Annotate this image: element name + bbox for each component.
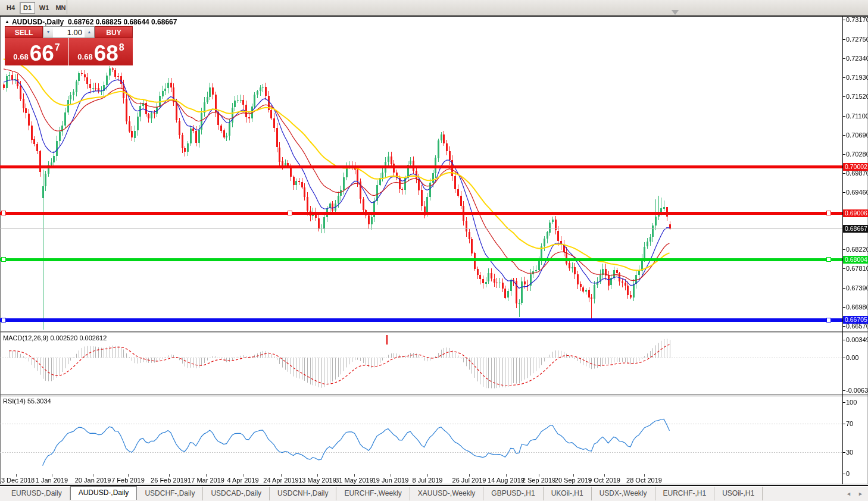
timeframe-button-d1[interactable]: D1 <box>20 2 35 14</box>
rsi-axis-tick: 100 <box>846 399 857 406</box>
price-axis-tick: 0.67810 <box>846 265 868 272</box>
price-badge-0.68004: 0.68004 <box>843 256 868 264</box>
buy-button[interactable]: BUY <box>95 26 133 38</box>
rsi-axis-tick: 30 <box>846 449 853 456</box>
window-top-border <box>0 15 868 17</box>
toolbar-separator <box>67 0 67 14</box>
price-axis-tick: 0.71520 <box>846 93 868 100</box>
chart-tab-eurchf-weekly[interactable]: EURCHF-,Weekly <box>336 487 410 500</box>
chart-tab-usdchf-daily[interactable]: USDCHF-,Daily <box>137 487 203 500</box>
timeframe-button-w1[interactable]: W1 <box>36 2 52 14</box>
current-price-line <box>0 228 842 229</box>
buy-price-big: 68 <box>94 43 118 64</box>
chart-canvas[interactable] <box>0 0 868 501</box>
chart-tab-eurusd-daily[interactable]: EURUSD-,Daily <box>4 487 70 500</box>
macd-axis-tick: 0.00349 <box>846 336 868 343</box>
tab-scroll-left-icon[interactable]: ◄ <box>846 491 851 497</box>
one-click-trading-panel: SELL ▼ ▲ BUY 0.68 66 7 0.68 68 8 <box>5 26 133 65</box>
price-axis-tick: 0.70280 <box>846 151 868 158</box>
line-handle[interactable] <box>288 211 292 215</box>
chart-ohlc-values: 0.68762 0.68825 0.68644 0.68667 <box>68 18 177 26</box>
buy-price-display[interactable]: 0.68 68 8 <box>69 38 133 65</box>
line-handle[interactable] <box>826 211 831 215</box>
line-handle[interactable] <box>1 211 6 215</box>
buy-price-prefix: 0.68 <box>77 52 92 61</box>
collapse-panel-icon[interactable]: ▲ <box>5 19 10 24</box>
buy-price-pip: 8 <box>119 42 124 53</box>
sell-price-display[interactable]: 0.68 66 7 <box>5 38 68 65</box>
macd-axis-tick: -0.00637 <box>846 387 868 394</box>
chart-tab-bar: EURUSD-,DailyAUDUSD-,DailyUSDCHF-,DailyU… <box>0 486 868 501</box>
chart-tab-gbpusd-h1[interactable]: GBPUSD-,H1 <box>483 487 543 500</box>
sell-price-pip: 7 <box>55 42 60 53</box>
price-axis-tick: 0.72750 <box>846 36 868 43</box>
terminal-window: H4D1W1MN ▲AUDUSD-,Daily 0.68762 0.68825 … <box>0 0 868 501</box>
chart-tab-xauusd-weekly[interactable]: XAUUSD-,Weekly <box>410 487 483 500</box>
price-axis-tick: 0.68220 <box>846 246 868 253</box>
price-axis-tick: 0.69460 <box>846 189 868 196</box>
price-badge-0.70002: 0.70002 <box>843 163 868 171</box>
volume-decrease-icon[interactable]: ▼ <box>43 27 53 37</box>
price-axis-tick: 0.66980 <box>846 303 868 311</box>
timeframe-button-h4[interactable]: H4 <box>3 2 18 14</box>
price-axis-tick: 0.71930 <box>846 74 868 81</box>
volume-increase-icon[interactable]: ▲ <box>85 27 94 37</box>
chart-tab-usdx-weekly[interactable]: USDX-,Weekly <box>592 487 655 500</box>
sell-price-big: 66 <box>30 43 54 64</box>
chart-symbol-label: AUDUSD-,Daily <box>12 18 64 26</box>
chart-tab-audusd-daily[interactable]: AUDUSD-,Daily <box>70 486 138 500</box>
timeframe-toolbar: H4D1W1MN <box>0 0 868 16</box>
sell-price-prefix: 0.68 <box>13 52 28 61</box>
hline-level-0.69006[interactable] <box>0 212 842 215</box>
chart-tab-eurchf-h1[interactable]: EURCHF-,H1 <box>655 487 715 500</box>
chart-tab-usoil-h1[interactable]: USOil-,H1 <box>714 487 763 500</box>
macd-indicator-label: MACD(12,26,9) 0.002520 0.002612 <box>3 334 107 342</box>
line-handle[interactable] <box>826 318 831 322</box>
line-handle[interactable] <box>826 257 831 262</box>
price-axis-tick: 0.70690 <box>846 131 868 139</box>
price-badge-0.68667: 0.68667 <box>843 225 868 233</box>
hline-level-0.70002[interactable] <box>0 165 842 168</box>
price-axis-tick: 0.72340 <box>846 55 868 62</box>
chart-tab-ukoil-h1[interactable]: UKOil-,H1 <box>544 487 592 500</box>
macd-axis-tick: 0.00 <box>846 354 858 361</box>
sell-button[interactable]: SELL <box>5 26 43 38</box>
volume-spinner: ▼ ▲ <box>43 26 95 38</box>
price-axis-tick: 0.73170 <box>846 16 868 23</box>
chart-shift-marker-icon[interactable] <box>672 10 679 15</box>
volume-input[interactable] <box>53 27 85 37</box>
rsi-axis-tick: 0 <box>846 470 850 477</box>
line-handle[interactable] <box>1 257 6 262</box>
tab-scroll-right-icon[interactable]: ► <box>858 491 863 497</box>
hline-level-0.66705[interactable] <box>0 318 842 322</box>
line-handle[interactable] <box>1 318 6 322</box>
price-axis-tick: 0.71100 <box>846 112 868 120</box>
hline-level-0.68004[interactable] <box>0 258 842 261</box>
chart-tab-usdcnh-daily[interactable]: USDCNH-,Daily <box>270 487 336 500</box>
rsi-indicator-label: RSI(14) 55.3034 <box>3 397 51 405</box>
rsi-axis-tick: 70 <box>846 420 853 427</box>
price-axis-tick: 0.67390 <box>846 284 868 292</box>
date-axis-label: 28 Oct 2019 <box>619 477 669 484</box>
chart-tab-usdcad-daily[interactable]: USDCAD-,Daily <box>203 487 270 500</box>
price-badge-0.66705: 0.66705 <box>843 316 868 324</box>
chart-title: ▲AUDUSD-,Daily 0.68762 0.68825 0.68644 0… <box>5 18 177 26</box>
price-badge-0.69006: 0.69006 <box>843 209 868 217</box>
